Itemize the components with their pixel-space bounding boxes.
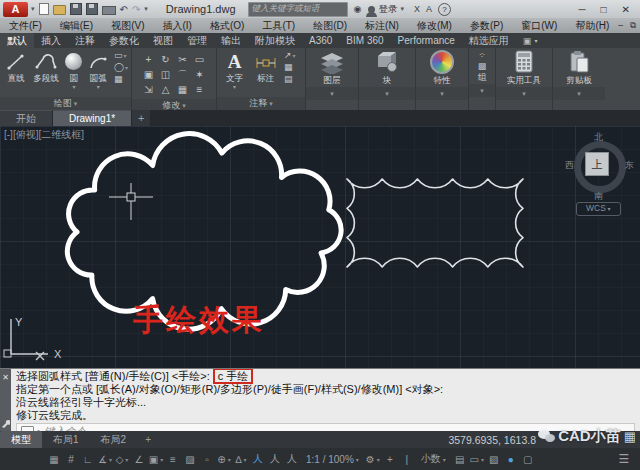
panel-label-draw[interactable]: 绘图 xyxy=(0,97,131,110)
status-toggle[interactable]: ▢ xyxy=(520,451,536,467)
dimension-tool[interactable]: 标注 xyxy=(251,50,280,85)
status-toggle[interactable]: 人 xyxy=(284,451,300,467)
menu-item[interactable]: 格式(O) xyxy=(201,19,253,33)
status-toggle[interactable]: ▨ xyxy=(182,451,198,467)
arc-tool[interactable]: 圆弧 ▾ xyxy=(87,50,110,90)
viewcube[interactable]: 北 上 西 东 南 WCS xyxy=(570,134,630,216)
ribbon-tab[interactable]: Performance xyxy=(391,33,462,48)
menu-item[interactable]: 插入(I) xyxy=(153,19,200,33)
layout-tab[interactable]: 布局2 xyxy=(90,431,138,448)
status-toggle[interactable]: # xyxy=(63,451,79,467)
menu-item[interactable]: 修改(M) xyxy=(408,19,461,33)
modify-tool-icon[interactable]: △ xyxy=(162,84,170,95)
utilities-button[interactable]: 实用工具 xyxy=(496,48,552,87)
ribbon-tab[interactable]: 默认 xyxy=(0,33,34,48)
modify-tool-icon[interactable]: ⇲ xyxy=(144,84,152,95)
status-toggle[interactable]: ∠ xyxy=(131,451,147,467)
panel-label-clipboard[interactable] xyxy=(553,87,605,100)
doc-minimize-button[interactable]: ‒ xyxy=(618,20,623,31)
new-layout-button[interactable]: + xyxy=(137,431,159,448)
ribbon-tab[interactable]: 附加模块 xyxy=(248,33,302,48)
ribbon-tab[interactable]: 精选应用 xyxy=(462,33,516,48)
drawing-canvas[interactable]: Y X [-][俯视][二维线框] 北 上 西 东 南 WCS 手绘效果 xyxy=(0,126,640,368)
status-toggle[interactable]: 1:1 / 100% xyxy=(301,451,364,467)
ucs-icon[interactable]: Y X xyxy=(4,316,62,360)
chevron-down-icon[interactable]: ▾ xyxy=(534,37,537,44)
modify-tool-icon[interactable]: ▣ xyxy=(144,69,153,80)
modify-tool-icon[interactable]: ✶ xyxy=(195,69,203,80)
status-toggle[interactable]: ∆ xyxy=(233,451,249,467)
chevron-down-icon[interactable]: ▾ xyxy=(97,85,100,90)
menu-item[interactable]: 绘图(D) xyxy=(304,19,356,33)
viewcube-west[interactable]: 西 xyxy=(565,159,574,172)
viewcube-wcs-menu[interactable]: WCS xyxy=(576,202,621,216)
help-icon[interactable]: ? xyxy=(438,3,451,16)
viewcube-top-face[interactable]: 上 xyxy=(585,152,609,176)
plot-icon[interactable] xyxy=(102,6,116,15)
panel-label-utilities[interactable] xyxy=(496,87,552,100)
close-button[interactable]: ✕ xyxy=(622,4,630,15)
file-tab[interactable]: 开始 xyxy=(0,110,52,126)
ribbon-tab[interactable]: 插入 xyxy=(34,33,68,48)
menu-item[interactable]: 窗口(W) xyxy=(512,19,566,33)
chevron-down-icon[interactable]: ▾ xyxy=(72,85,75,90)
command-palette-grip[interactable]: ✕ xyxy=(0,369,11,432)
a360-icon[interactable]: A xyxy=(426,4,432,14)
minimize-button[interactable]: ─ xyxy=(578,4,585,15)
ribbon-tab[interactable]: BIM 360 xyxy=(339,33,390,48)
save-as-icon[interactable] xyxy=(86,3,98,15)
modify-tool-icon[interactable]: + xyxy=(146,54,152,65)
chevron-down-icon[interactable]: ▾ xyxy=(144,5,148,13)
status-toggle[interactable]: ▣ xyxy=(148,451,164,467)
table-tool[interactable]: ▦ xyxy=(284,62,296,72)
chevron-down-icon[interactable]: ▾ xyxy=(233,85,236,90)
menu-item[interactable]: 帮助(H) xyxy=(566,19,618,33)
ribbon-extra-tools[interactable]: ▣ ▾ xyxy=(516,33,545,48)
binoculars-search-icon[interactable]: ◉ xyxy=(354,4,362,14)
ribbon-tab[interactable]: 注释 xyxy=(68,33,102,48)
panel-label-layers[interactable] xyxy=(306,87,358,100)
ribbon-tab[interactable]: 参数化 xyxy=(102,33,146,48)
panel-label-properties[interactable] xyxy=(416,87,468,100)
viewport-controls-label[interactable]: [-][俯视][二维线框] xyxy=(4,128,84,142)
exchange-apps-icon[interactable]: X xyxy=(414,4,420,14)
ribbon-tab[interactable]: A360 xyxy=(302,33,339,48)
modify-tool-icon[interactable]: ◫ xyxy=(161,69,170,80)
status-toggle[interactable]: 人 xyxy=(267,451,283,467)
text-tool[interactable]: A 文字 ▾ xyxy=(220,50,249,90)
ribbon-tab[interactable]: 输出 xyxy=(214,33,248,48)
save-icon[interactable] xyxy=(70,3,82,15)
menu-item[interactable]: 编辑(E) xyxy=(51,19,102,33)
status-toggle[interactable]: ● xyxy=(503,451,519,467)
status-toggle[interactable]: ▭ xyxy=(469,451,485,467)
status-toggle[interactable]: ∟ xyxy=(80,451,96,467)
viewcube-east[interactable]: 东 xyxy=(625,159,634,172)
status-toggle[interactable]: ⚙ xyxy=(365,451,381,467)
menu-item[interactable]: 工具(T) xyxy=(253,19,304,33)
customization-menu-icon[interactable]: ☰ xyxy=(616,451,632,467)
menu-item[interactable]: 标注(N) xyxy=(356,19,408,33)
status-toggle[interactable]: | xyxy=(399,451,415,467)
new-drawing-tab-button[interactable]: + xyxy=(132,110,150,126)
hatch-tool[interactable]: ▦ xyxy=(114,74,128,84)
layout-tab[interactable]: 模型 xyxy=(0,431,42,448)
modify-tool-icon[interactable]: ▭ xyxy=(195,54,204,65)
menu-item[interactable]: 视图(V) xyxy=(102,19,153,33)
modify-tool-icon[interactable]: ↻ xyxy=(161,54,169,65)
open-file-icon[interactable] xyxy=(53,5,66,15)
modify-tool-icon[interactable]: ✂ xyxy=(178,54,186,65)
new-file-icon[interactable] xyxy=(39,3,49,15)
menu-item[interactable]: 文件(F) xyxy=(0,19,51,33)
status-toggle[interactable]: ▫ xyxy=(199,451,215,467)
layout-tab[interactable]: 布局1 xyxy=(42,431,90,448)
close-icon[interactable]: ✕ xyxy=(2,373,9,382)
status-toggle[interactable]: 人 xyxy=(250,451,266,467)
ribbon-tab[interactable]: 视图 xyxy=(146,33,180,48)
status-toggle[interactable]: ⊕ xyxy=(216,451,232,467)
customize-wrench-icon[interactable] xyxy=(1,419,10,428)
command-history[interactable]: 选择圆弧样式 [普通(N)/手绘(C)] <手绘>:c 手绘 指定第一个点或 [… xyxy=(11,369,640,432)
camera-icon[interactable]: ▣ xyxy=(523,36,532,46)
status-toggle[interactable]: ▦ xyxy=(46,451,62,467)
block-button[interactable]: 块 xyxy=(359,48,415,87)
revision-cloud-normal[interactable] xyxy=(347,179,523,267)
